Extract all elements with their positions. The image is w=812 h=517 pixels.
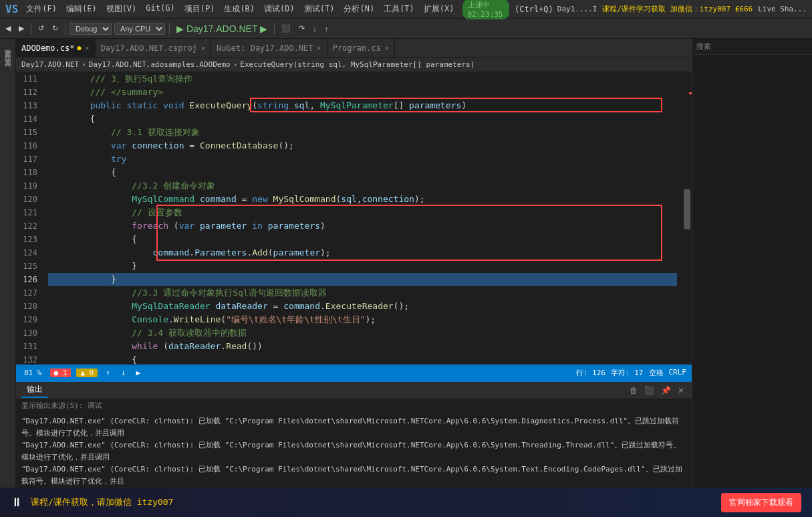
ln-118: 118 [16, 166, 43, 179]
video-action-button[interactable]: 官网独家下载观看 [721, 493, 801, 512]
back-button[interactable]: ◀ [3, 23, 13, 34]
menu-build[interactable]: 生成(B) [220, 2, 259, 16]
menu-edit[interactable]: 编辑(E) [62, 2, 101, 16]
right-scrollbar[interactable] [682, 72, 692, 365]
toolbar: ◀ ▶ ↺ ↻ Debug Any CPU ▶ Day17.ADO.NET ▶ … [0, 19, 812, 39]
video-promo-text: 课程/课件获取，请加微信 itzy007 [31, 496, 713, 508]
code-line-132: { [48, 353, 677, 365]
main-container: 解决方案 团队 工具箱 ADODemo.cs* ● ✕ Day17.ADO.NE… [0, 39, 812, 501]
menu-test[interactable]: 测试(T) [300, 2, 339, 16]
code-line-119: //3.2 创建命令对象 [48, 179, 677, 193]
separator-4 [274, 23, 275, 35]
ln-114: 114 [16, 112, 43, 126]
forward-button[interactable]: ▶ [16, 23, 27, 34]
scroll-thumb[interactable] [684, 189, 690, 229]
tab-close-icon[interactable]: ✕ [86, 44, 90, 51]
output-source-label[interactable]: 显示输出来源(S): 调试 [21, 401, 102, 411]
code-line-124: command.Parameters.Add(parameter); [48, 246, 677, 260]
status-right: 行: 126 字符: 17 空格 CRLF [576, 368, 686, 378]
down-arrow-btn[interactable]: ↓ [118, 369, 128, 377]
tab-adodemo[interactable]: ADODemo.cs* ● ✕ [16, 39, 96, 57]
output-tab-label[interactable]: 输出 [21, 383, 48, 398]
menu-bar[interactable]: 文件(F) 编辑(E) 视图(V) Git(G) 项目(P) 生成(B) 调试(… [22, 2, 458, 16]
ln-131: 131 [16, 340, 43, 353]
title-bar-center: 上课中 02:23:35 (Ctrl+Q) [462, 0, 553, 19]
status-bar: 81 % ● 1 ▲ 0 ↑ ↓ ▶ 行: 126 字符: 17 空格 CRLF [16, 365, 692, 381]
menu-analyze[interactable]: 分析(N) [340, 2, 378, 16]
editor-area: ADODemo.cs* ● ✕ Day17.ADO.NET.csproj ✕ N… [16, 39, 692, 501]
title-bar-right: Day1....I 课程/课件学习获取 加微信：itzy007 ₤666 Liv… [557, 4, 807, 14]
separator-1 [31, 23, 31, 35]
menu-file[interactable]: 文件(F) [22, 2, 61, 16]
up-arrow-btn[interactable]: ↑ [103, 369, 113, 377]
tab-nuget-label: NuGet: Day17.ADO.NET [217, 43, 313, 53]
col-info: 字符: 17 [611, 368, 644, 378]
output-pin-btn[interactable]: 📌 [659, 385, 673, 396]
menu-git[interactable]: Git(G) [142, 2, 178, 16]
code-line-117: try [48, 152, 677, 166]
undo-button[interactable]: ↺ [35, 23, 47, 34]
breadcrumb: Day17.ADO.NET › Day17.ADO.NET.adosamples… [16, 58, 692, 72]
left-sidebar: 解决方案 团队 工具箱 [0, 39, 16, 501]
line-numbers: 111 112 113 114 115 116 117 118 119 120 … [16, 72, 43, 365]
code-content[interactable]: /// 3、执行Sql查询操作 /// </summary> public st… [43, 72, 682, 365]
breadcrumb-method[interactable]: ExecuteQuery(string sql, MySqlParameter[… [240, 60, 475, 69]
tab-csproj-close[interactable]: ✕ [201, 44, 205, 51]
breadcrumb-namespace[interactable]: Day17.ADO.NET [21, 60, 79, 69]
ln-121: 121 [16, 206, 43, 219]
breakpoint-btn[interactable]: ⬛ [279, 23, 293, 34]
output-wrap-btn[interactable]: ⬛ [642, 385, 656, 396]
line-info: 行: 126 [576, 368, 605, 378]
search-label: 搜索 [692, 39, 812, 55]
ln-128: 128 [16, 300, 43, 313]
tab-nuget[interactable]: NuGet: Day17.ADO.NET ✕ [211, 39, 327, 57]
run-button[interactable]: ▶ Day17.ADO.NET ▶ [174, 23, 270, 34]
minimap [692, 55, 812, 501]
breadcrumb-sep-2: › [233, 60, 238, 69]
vs-logo: VS [5, 3, 18, 15]
output-content: "Day17.ADO.NET.exe" (CoreCLR: clrhost): … [16, 413, 692, 488]
output-close-btn[interactable]: ✕ [676, 385, 686, 396]
debug-mode-dropdown[interactable]: Debug [70, 23, 112, 35]
zoom-level[interactable]: 81 % [21, 369, 45, 377]
output-panel: 输出 🗑 ⬛ 📌 ✕ 显示输出来源(S): 调试 "Day17.ADO.NET.… [16, 381, 692, 488]
breadcrumb-class[interactable]: Day17.ADO.NET.adosamples.ADODemo [89, 60, 231, 69]
ln-127: 127 [16, 286, 43, 300]
step-out-btn[interactable]: ↑ [322, 23, 331, 34]
menu-tools[interactable]: 工具(T) [380, 2, 418, 16]
tabs-bar: ADODemo.cs* ● ✕ Day17.ADO.NET.csproj ✕ N… [16, 39, 692, 58]
live-share[interactable]: Live Sha... [758, 5, 807, 13]
ln-123: 123 [16, 233, 43, 246]
output-line-1: "Day17.ADO.NET.exe" (CoreCLR: clrhost): … [21, 415, 686, 439]
platform-dropdown[interactable]: Any CPU [114, 23, 165, 35]
redo-button[interactable]: ↻ [49, 23, 61, 34]
encoding-info: CRLF [669, 368, 687, 378]
code-line-126: } [48, 273, 677, 286]
solution-explorer-icon[interactable]: 解决方案 [3, 41, 13, 47]
spaces-info: 空格 [649, 368, 664, 378]
menu-project[interactable]: 项目(P) [180, 2, 219, 16]
code-line-113: public static void ExecuteQuery(string s… [48, 99, 677, 112]
code-line-129: Console.WriteLine("编号\t姓名\t年龄\t性别\t生日"); [48, 313, 677, 326]
output-tabs: 输出 🗑 ⬛ 📌 ✕ [16, 382, 692, 399]
output-clear-btn[interactable]: 🗑 [628, 385, 640, 396]
menu-view[interactable]: 视图(V) [102, 2, 141, 16]
step-over-btn[interactable]: ↷ [296, 23, 307, 34]
ln-130: 130 [16, 326, 43, 340]
tab-csproj[interactable]: Day17.ADO.NET.csproj ✕ [96, 39, 212, 57]
tab-csproj-label: Day17.ADO.NET.csproj [101, 43, 198, 53]
menu-extensions[interactable]: 扩展(X) [420, 2, 458, 16]
team-explorer-icon[interactable]: 团队 [3, 47, 13, 52]
error-count[interactable]: ● 1 [50, 369, 72, 377]
ln-125: 125 [16, 260, 43, 273]
ln-115: 115 [16, 126, 43, 139]
video-pause-button[interactable]: ⏸ [11, 496, 23, 510]
tab-nuget-close[interactable]: ✕ [317, 44, 321, 51]
tab-program-close[interactable]: ✕ [385, 44, 389, 51]
step-into-btn[interactable]: ↓ [310, 23, 319, 34]
warning-count[interactable]: ▲ 0 [76, 369, 98, 377]
tools-icon[interactable]: 工具箱 [3, 52, 13, 58]
menu-debug[interactable]: 调试(D) [260, 2, 299, 16]
code-line-116: var connection = ConnectDatabase(); [48, 139, 677, 152]
tab-program[interactable]: Program.cs ✕ [327, 39, 395, 57]
